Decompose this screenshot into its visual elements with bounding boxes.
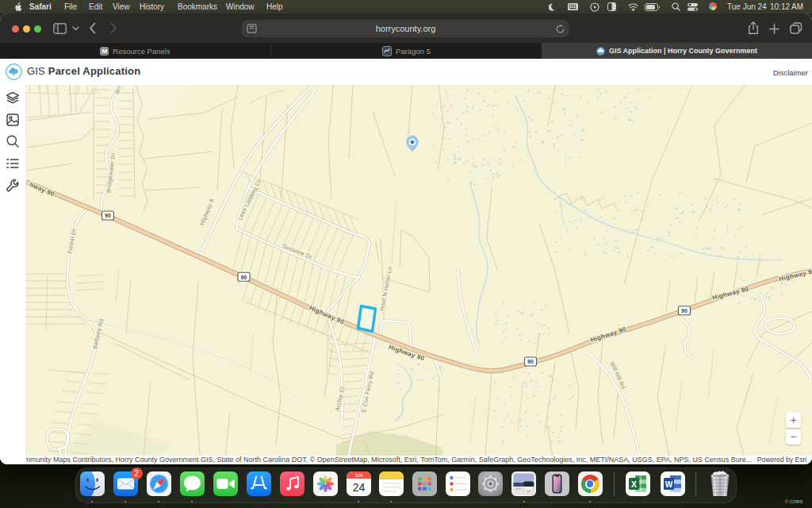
svg-text:JUN: JUN	[354, 473, 362, 478]
svg-text:24: 24	[352, 481, 365, 494]
svg-text:X: X	[630, 479, 636, 489]
svg-text:W: W	[665, 480, 672, 489]
